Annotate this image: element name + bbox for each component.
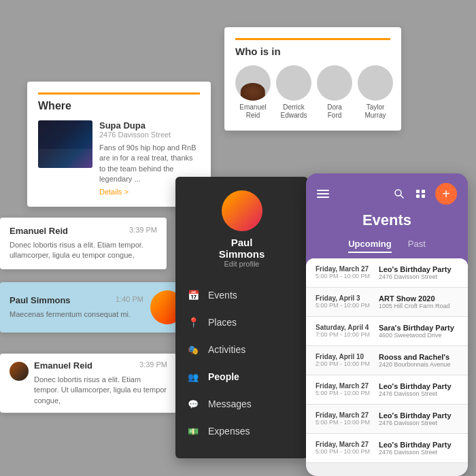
messages-icon: [186, 397, 200, 411]
sidebar-username: PaulSimmons: [219, 237, 265, 260]
chat-header-2: Paul Simmons 1:40 PM: [10, 295, 143, 305]
event-row-1[interactable]: Friday, March 27 5:00 PM - 10:00 PM Leo'…: [306, 258, 468, 288]
who-card: Who is in EmanuelReid DerrickEdwards Dor…: [224, 27, 401, 131]
event-info-7: Leo's Birthday Party 2476 Davisson Stree…: [379, 441, 458, 456]
event-name-6: Leo's Birthday Party: [379, 411, 458, 420]
avatar-derrick: [276, 65, 311, 101]
chat-text-1: Donec lobortis risus a elit. Etiam tempo…: [10, 240, 157, 261]
pin-icon: [186, 316, 200, 329]
sidebar-label-activities: Activities: [208, 344, 245, 355]
avatar-dora: [317, 65, 352, 101]
event-info-4: Rooss and Rachel's 2420 Bourbonnais Aven…: [379, 353, 458, 368]
sidebar-item-places[interactable]: Places: [186, 309, 297, 336]
tab-past[interactable]: Past: [408, 239, 426, 253]
event-date-3: Saturday, April 4: [316, 324, 373, 331]
chat-name-1: Emanuel Reid: [10, 226, 68, 236]
venue-name: Supa Dupa: [99, 120, 200, 131]
msg-content-3: Emanuel Reid 3:39 PM Donec lobortis risu…: [34, 360, 167, 406]
chat-text-2: Maecenas fermentum consequat mi.: [10, 309, 143, 320]
events-tabs: Upcoming Past: [306, 236, 468, 258]
expenses-icon: [186, 424, 200, 438]
sidebar-label-expenses: Expenses: [208, 426, 250, 437]
sidebar-nav: PaulSimmons Edit profile Events Places A…: [175, 177, 308, 458]
calendar-icon: [186, 288, 200, 302]
sidebar-profile: PaulSimmons Edit profile: [186, 190, 297, 268]
event-date-col-5: Friday, March 27 5:00 PM - 10:00 PM: [316, 382, 373, 396]
person-name-dora: DoraFord: [327, 103, 342, 120]
event-row-2[interactable]: Friday, April 3 5:00 PM - 10:00 PM ART S…: [306, 288, 468, 317]
person-name-derrick: DerrickEdwards: [281, 103, 307, 120]
sidebar-item-activities[interactable]: Activities: [186, 336, 297, 363]
where-title: Where: [38, 92, 200, 112]
avatars-row: EmanuelReid DerrickEdwards DoraFord Tayl…: [235, 65, 390, 120]
sidebar-item-people[interactable]: People: [186, 363, 297, 390]
avatar-eman: [235, 65, 271, 101]
mini-avatar-eman: [10, 362, 29, 381]
chat-message-1: Emanuel Reid 3:39 PM Donec lobortis risu…: [0, 218, 167, 269]
activities-icon: [186, 343, 200, 356]
events-topbar: +: [306, 173, 468, 211]
venue-image: [38, 120, 92, 168]
sidebar-edit-link[interactable]: Edit profile: [224, 260, 260, 268]
event-time-1: 5:00 PM - 10:00 PM: [316, 273, 373, 279]
person-item-taylor: TaylorMurray: [358, 65, 393, 120]
event-info-6: Leo's Birthday Party 2476 Davisson Stree…: [379, 411, 458, 426]
event-name-7: Leo's Birthday Party: [379, 441, 458, 449]
event-date-1: Friday, March 27: [316, 265, 373, 273]
event-time-3: 7:00 PM - 10:00 PM: [316, 331, 373, 338]
event-time-6: 5:00 PM - 10:00 PM: [316, 419, 373, 426]
event-loc-5: 2476 Davisson Street: [379, 390, 458, 397]
chat-message-3: Emanuel Reid 3:39 PM Donec lobortis risu…: [0, 354, 177, 413]
event-loc-3: 4600 Sweetwood Drive: [379, 332, 458, 339]
event-row-4[interactable]: Friday, April 10 2:00 PM - 10:00 PM Roos…: [306, 346, 468, 375]
sidebar-label-events: Events: [208, 290, 237, 301]
event-time-2: 5:00 PM - 10:00 PM: [316, 302, 373, 309]
events-app: + Events Upcoming Past Friday, March 27 …: [306, 173, 468, 476]
person-item-derrick: DerrickEdwards: [276, 65, 311, 120]
event-row-7[interactable]: Friday, March 27 5:00 PM - 10:00 PM Leo'…: [306, 434, 468, 463]
event-time-7: 5:00 PM - 10:00 PM: [316, 448, 373, 455]
event-loc-4: 2420 Bourbonnais Avenue: [379, 361, 458, 368]
event-row-6[interactable]: Friday, March 27 5:00 PM - 10:00 PM Leo'…: [306, 405, 468, 434]
person-name-taylor: TaylorMurray: [364, 103, 386, 120]
event-date-4: Friday, April 10: [316, 353, 373, 360]
event-loc-6: 2476 Davisson Street: [379, 420, 458, 426]
search-icon[interactable]: [392, 186, 407, 201]
person-name-eman: EmanuelReid: [239, 103, 266, 120]
event-date-col-4: Friday, April 10 2:00 PM - 10:00 PM: [316, 353, 373, 367]
event-date-col-2: Friday, April 3 5:00 PM - 10:00 PM: [316, 294, 373, 309]
tab-upcoming[interactable]: Upcoming: [348, 239, 392, 253]
event-date-col-3: Saturday, April 4 7:00 PM - 10:00 PM: [316, 324, 373, 338]
event-row-3[interactable]: Saturday, April 4 7:00 PM - 10:00 PM Sar…: [306, 317, 468, 346]
sidebar-item-expenses[interactable]: Expenses: [186, 418, 297, 445]
chat-header-1: Emanuel Reid 3:39 PM: [10, 226, 157, 236]
sidebar-label-people: People: [208, 371, 239, 382]
people-icon: [186, 370, 200, 384]
chat-text-3: Donec lobortis risus a elit. Etiam tempo…: [34, 375, 167, 406]
chat-header-3: Emanuel Reid 3:39 PM: [34, 360, 167, 371]
who-title: Who is in: [235, 38, 390, 57]
event-name-3: Sara's Birthday Party: [379, 324, 458, 332]
event-name-2: ART Show 2020: [379, 294, 458, 303]
sidebar-label-places: Places: [208, 317, 237, 328]
events-title-row: Events: [306, 211, 468, 236]
event-info-1: Leo's Birthday Party 2476 Davisson Stree…: [379, 265, 458, 280]
event-info-2: ART Show 2020 1005 Hill Croft Farm Road: [379, 294, 458, 309]
person-item-dora: DoraFord: [317, 65, 352, 120]
event-time-5: 5:00 PM - 10:00 PM: [316, 390, 373, 396]
chat-time-3: 3:39 PM: [139, 360, 167, 371]
event-date-2: Friday, April 3: [316, 294, 373, 302]
event-date-col-1: Friday, March 27 5:00 PM - 10:00 PM: [316, 265, 373, 279]
svg-line-1: [401, 195, 403, 198]
event-date-col-6: Friday, March 27 5:00 PM - 10:00 PM: [316, 411, 373, 426]
add-event-button[interactable]: +: [435, 183, 457, 205]
hamburger-menu[interactable]: [317, 190, 329, 198]
event-loc-1: 2476 Davisson Street: [379, 273, 458, 280]
person-item-eman: EmanuelReid: [235, 65, 271, 120]
sidebar-item-messages[interactable]: Messages: [186, 390, 297, 418]
sidebar-item-events[interactable]: Events: [186, 282, 297, 309]
event-info-3: Sara's Birthday Party 4600 Sweetwood Dri…: [379, 324, 458, 339]
grid-view-icon[interactable]: [413, 186, 428, 201]
chat-content-2: Paul Simmons 1:40 PM Maecenas fermentum …: [10, 295, 143, 320]
event-row-5[interactable]: Friday, March 27 5:00 PM - 10:00 PM Leo'…: [306, 375, 468, 405]
